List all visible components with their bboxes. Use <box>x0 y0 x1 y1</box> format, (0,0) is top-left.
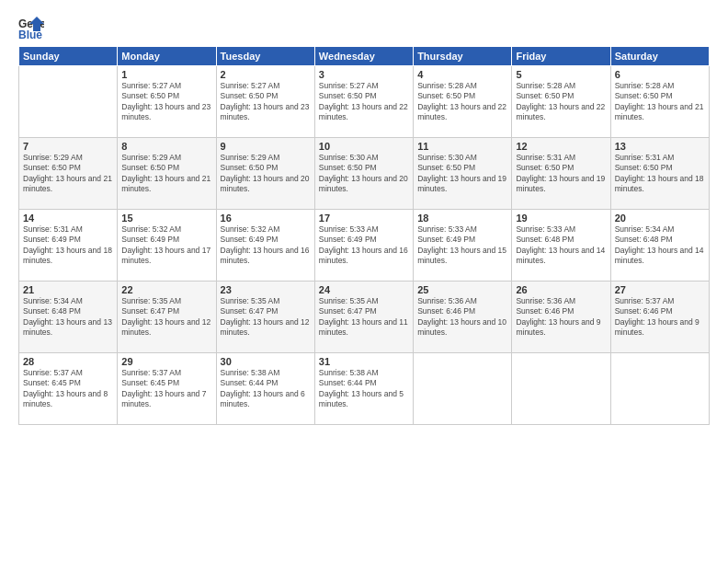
calendar-week-row: 7Sunrise: 5:29 AMSunset: 6:50 PMDaylight… <box>19 138 710 210</box>
day-number: 28 <box>23 356 113 367</box>
header-saturday: Saturday <box>610 47 709 66</box>
day-number: 27 <box>615 284 705 295</box>
cell-content: Sunrise: 5:37 AMSunset: 6:46 PMDaylight:… <box>615 296 705 339</box>
cell-content: Sunrise: 5:37 AMSunset: 6:45 PMDaylight:… <box>23 368 113 410</box>
day-number: 12 <box>516 141 606 152</box>
cell-content: Sunrise: 5:28 AMSunset: 6:50 PMDaylight:… <box>417 81 507 123</box>
calendar-cell: 8Sunrise: 5:29 AMSunset: 6:50 PMDaylight… <box>118 138 216 210</box>
calendar-week-row: 21Sunrise: 5:34 AMSunset: 6:48 PMDayligh… <box>19 282 710 353</box>
calendar-cell: 28Sunrise: 5:37 AMSunset: 6:45 PMDayligh… <box>19 353 118 425</box>
calendar-cell: 14Sunrise: 5:31 AMSunset: 6:49 PMDayligh… <box>19 210 118 282</box>
cell-content: Sunrise: 5:37 AMSunset: 6:45 PMDaylight:… <box>121 368 211 410</box>
calendar-week-row: 14Sunrise: 5:31 AMSunset: 6:49 PMDayligh… <box>19 210 710 282</box>
cell-content: Sunrise: 5:34 AMSunset: 6:48 PMDaylight:… <box>615 224 705 267</box>
calendar-cell: 21Sunrise: 5:34 AMSunset: 6:48 PMDayligh… <box>19 282 118 353</box>
cell-content: Sunrise: 5:29 AMSunset: 6:50 PMDaylight:… <box>23 153 113 195</box>
cell-content: Sunrise: 5:33 AMSunset: 6:49 PMDaylight:… <box>319 224 409 267</box>
cell-content: Sunrise: 5:32 AMSunset: 6:49 PMDaylight:… <box>221 224 311 267</box>
header-thursday: Thursday <box>414 47 512 66</box>
day-number: 21 <box>23 284 113 295</box>
header-wednesday: Wednesday <box>314 47 413 66</box>
day-number: 7 <box>23 141 113 152</box>
calendar-cell <box>19 66 118 138</box>
day-number: 4 <box>417 69 507 80</box>
day-number: 2 <box>221 69 311 80</box>
calendar-cell: 30Sunrise: 5:38 AMSunset: 6:44 PMDayligh… <box>216 353 314 425</box>
cell-content: Sunrise: 5:31 AMSunset: 6:50 PMDaylight:… <box>516 153 606 195</box>
cell-content: Sunrise: 5:30 AMSunset: 6:50 PMDaylight:… <box>417 153 507 195</box>
calendar-page: General Blue SundayMondayTuesdayWednesda… <box>0 0 728 563</box>
header-monday: Monday <box>118 47 216 66</box>
calendar-cell: 13Sunrise: 5:31 AMSunset: 6:50 PMDayligh… <box>610 138 709 210</box>
cell-content: Sunrise: 5:31 AMSunset: 6:49 PMDaylight:… <box>23 224 113 267</box>
page-header: General Blue <box>18 15 710 40</box>
cell-content: Sunrise: 5:28 AMSunset: 6:50 PMDaylight:… <box>516 81 606 123</box>
day-number: 14 <box>23 213 113 224</box>
calendar-week-row: 1Sunrise: 5:27 AMSunset: 6:50 PMDaylight… <box>19 66 710 138</box>
cell-content: Sunrise: 5:34 AMSunset: 6:48 PMDaylight:… <box>23 296 113 339</box>
calendar-cell: 16Sunrise: 5:32 AMSunset: 6:49 PMDayligh… <box>216 210 314 282</box>
cell-content: Sunrise: 5:27 AMSunset: 6:50 PMDaylight:… <box>221 81 311 123</box>
day-number: 26 <box>516 284 606 295</box>
day-number: 23 <box>221 284 311 295</box>
day-number: 11 <box>417 141 507 152</box>
calendar-cell: 10Sunrise: 5:30 AMSunset: 6:50 PMDayligh… <box>314 138 413 210</box>
calendar-cell: 9Sunrise: 5:29 AMSunset: 6:50 PMDaylight… <box>216 138 314 210</box>
cell-content: Sunrise: 5:36 AMSunset: 6:46 PMDaylight:… <box>516 296 606 339</box>
day-number: 9 <box>221 141 311 152</box>
cell-content: Sunrise: 5:33 AMSunset: 6:49 PMDaylight:… <box>417 224 507 267</box>
calendar-cell: 19Sunrise: 5:33 AMSunset: 6:48 PMDayligh… <box>512 210 610 282</box>
day-number: 10 <box>319 141 409 152</box>
day-number: 31 <box>319 356 409 367</box>
cell-content: Sunrise: 5:29 AMSunset: 6:50 PMDaylight:… <box>221 153 311 195</box>
cell-content: Sunrise: 5:31 AMSunset: 6:50 PMDaylight:… <box>615 153 705 195</box>
day-number: 30 <box>221 356 311 367</box>
calendar-cell: 18Sunrise: 5:33 AMSunset: 6:49 PMDayligh… <box>414 210 512 282</box>
day-number: 25 <box>417 284 507 295</box>
cell-content: Sunrise: 5:27 AMSunset: 6:50 PMDaylight:… <box>319 81 409 123</box>
calendar-cell: 2Sunrise: 5:27 AMSunset: 6:50 PMDaylight… <box>216 66 314 138</box>
calendar-cell: 7Sunrise: 5:29 AMSunset: 6:50 PMDaylight… <box>19 138 118 210</box>
calendar-cell: 6Sunrise: 5:28 AMSunset: 6:50 PMDaylight… <box>610 66 709 138</box>
day-number: 13 <box>615 141 705 152</box>
cell-content: Sunrise: 5:38 AMSunset: 6:44 PMDaylight:… <box>319 368 409 410</box>
calendar-cell: 24Sunrise: 5:35 AMSunset: 6:47 PMDayligh… <box>314 282 413 353</box>
header-friday: Friday <box>512 47 610 66</box>
calendar-cell: 5Sunrise: 5:28 AMSunset: 6:50 PMDaylight… <box>512 66 610 138</box>
calendar-cell: 29Sunrise: 5:37 AMSunset: 6:45 PMDayligh… <box>118 353 216 425</box>
cell-content: Sunrise: 5:36 AMSunset: 6:46 PMDaylight:… <box>417 296 507 339</box>
calendar-cell: 25Sunrise: 5:36 AMSunset: 6:46 PMDayligh… <box>414 282 512 353</box>
calendar-cell: 4Sunrise: 5:28 AMSunset: 6:50 PMDaylight… <box>414 66 512 138</box>
day-number: 22 <box>121 284 211 295</box>
day-number: 5 <box>516 69 606 80</box>
cell-content: Sunrise: 5:33 AMSunset: 6:48 PMDaylight:… <box>516 224 606 267</box>
header-sunday: Sunday <box>19 47 118 66</box>
day-number: 18 <box>417 213 507 224</box>
calendar-cell: 31Sunrise: 5:38 AMSunset: 6:44 PMDayligh… <box>314 353 413 425</box>
cell-content: Sunrise: 5:35 AMSunset: 6:47 PMDaylight:… <box>221 296 311 339</box>
logo: General Blue <box>18 15 48 40</box>
day-number: 16 <box>221 213 311 224</box>
calendar-cell: 22Sunrise: 5:35 AMSunset: 6:47 PMDayligh… <box>118 282 216 353</box>
calendar-cell: 3Sunrise: 5:27 AMSunset: 6:50 PMDaylight… <box>314 66 413 138</box>
calendar-cell: 1Sunrise: 5:27 AMSunset: 6:50 PMDaylight… <box>118 66 216 138</box>
calendar-cell: 27Sunrise: 5:37 AMSunset: 6:46 PMDayligh… <box>610 282 709 353</box>
calendar-table: SundayMondayTuesdayWednesdayThursdayFrid… <box>18 46 710 425</box>
cell-content: Sunrise: 5:29 AMSunset: 6:50 PMDaylight:… <box>121 153 211 195</box>
cell-content: Sunrise: 5:38 AMSunset: 6:44 PMDaylight:… <box>221 368 311 410</box>
calendar-cell: 26Sunrise: 5:36 AMSunset: 6:46 PMDayligh… <box>512 282 610 353</box>
calendar-cell: 11Sunrise: 5:30 AMSunset: 6:50 PMDayligh… <box>414 138 512 210</box>
day-number: 15 <box>121 213 211 224</box>
calendar-cell: 12Sunrise: 5:31 AMSunset: 6:50 PMDayligh… <box>512 138 610 210</box>
day-number: 1 <box>121 69 211 80</box>
day-number: 17 <box>319 213 409 224</box>
day-number: 24 <box>319 284 409 295</box>
cell-content: Sunrise: 5:30 AMSunset: 6:50 PMDaylight:… <box>319 153 409 195</box>
calendar-cell: 20Sunrise: 5:34 AMSunset: 6:48 PMDayligh… <box>610 210 709 282</box>
day-number: 20 <box>615 213 705 224</box>
calendar-cell: 23Sunrise: 5:35 AMSunset: 6:47 PMDayligh… <box>216 282 314 353</box>
cell-content: Sunrise: 5:32 AMSunset: 6:49 PMDaylight:… <box>121 224 211 267</box>
calendar-cell <box>512 353 610 425</box>
calendar-header-row: SundayMondayTuesdayWednesdayThursdayFrid… <box>19 47 710 66</box>
calendar-cell: 17Sunrise: 5:33 AMSunset: 6:49 PMDayligh… <box>314 210 413 282</box>
